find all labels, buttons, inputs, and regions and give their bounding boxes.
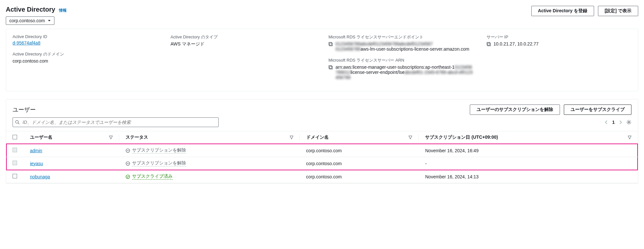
endpoint-label: Microsoft RDS ライセンスサーバーエンドポイント — [328, 34, 474, 40]
copy-endpoint-button[interactable] — [328, 42, 333, 47]
svg-rect-2 — [330, 66, 333, 69]
copy-arn-button[interactable] — [328, 65, 333, 71]
arn-label: Microsoft RDS ライセンスサーバー ARN — [328, 57, 474, 63]
status-cell: サブスクリプションを解除 — [126, 160, 293, 166]
domain-cell: corp.contoso.com — [300, 157, 419, 170]
check-circle-icon — [126, 174, 130, 179]
unsubscribe-user-button[interactable]: ユーザーのサブスクリプションを解除 — [470, 105, 560, 115]
ad-type-value: AWS マネージド — [171, 41, 316, 47]
status-cell: サブスクライブ済み — [126, 174, 293, 180]
caret-down-icon — [48, 19, 51, 22]
select-all-checkbox[interactable] — [13, 135, 17, 139]
col-status[interactable]: ステータス▽ — [119, 131, 299, 144]
arn-value: arn:aws:license-manager-user-subscriptio… — [336, 65, 474, 80]
subscribe-user-button[interactable]: ユーザーをサブスクライブ — [564, 105, 631, 115]
sub-date-cell: November 16, 2024, 16:49 — [419, 144, 638, 157]
domain-dropdown-value: corp.contoso.com — [9, 18, 45, 23]
show-settings-button[interactable]: [設定] で表示 — [598, 6, 638, 16]
svg-rect-4 — [488, 43, 490, 46]
row-checkbox — [13, 148, 17, 152]
users-section-title: ユーザー — [13, 106, 36, 114]
endpoint-value: 0123456789abcdef0123456789abcdef01234567… — [336, 41, 469, 52]
svg-rect-1 — [329, 42, 332, 45]
ad-domain-label: Active Directory のドメイン — [13, 51, 158, 57]
domain-cell: corp.contoso.com — [300, 144, 419, 157]
username-link[interactable]: admin — [30, 148, 42, 153]
status-cell: サブスクリプションを解除 — [126, 147, 293, 154]
row-checkbox[interactable] — [13, 174, 17, 178]
info-link[interactable]: 情報 — [59, 8, 67, 13]
server-ip-value: 10.0.21.27, 10.0.22.77 — [494, 41, 539, 46]
copy-icon — [328, 65, 333, 70]
users-table: ユーザー名▽ ステータス▽ ドメイン名▽ サブスクリプション日 (UTC+09:… — [6, 131, 638, 183]
users-section: ユーザー ユーザーのサブスクリプションを解除 ユーザーをサブスクライブ 1 — [6, 99, 638, 184]
username-link[interactable]: ieyasu — [30, 161, 43, 166]
svg-point-8 — [628, 122, 630, 123]
details-panel: Active Directory ID d-95674af4a8 Active … — [6, 29, 638, 91]
user-search-input[interactable] — [13, 117, 219, 127]
page-title: Active Directory — [6, 6, 55, 13]
sub-date-cell: - — [419, 157, 638, 170]
copy-icon — [328, 42, 333, 46]
server-ip-label: サーバー IP — [487, 34, 632, 40]
row-checkbox — [13, 161, 17, 165]
ad-type-label: Active Directory のタイプ — [171, 34, 316, 40]
col-subdate[interactable]: サブスクリプション日 (UTC+09:00)▽ — [419, 131, 638, 144]
prev-page-button[interactable] — [604, 120, 608, 124]
svg-line-7 — [18, 123, 19, 124]
table-row: ieyasuサブスクリプションを解除corp.contoso.com- — [6, 157, 638, 170]
domain-cell: corp.contoso.com — [300, 170, 419, 183]
page-number: 1 — [612, 120, 615, 125]
ad-domain-value: corp.contoso.com — [13, 58, 158, 64]
domain-dropdown[interactable]: corp.contoso.com — [6, 16, 54, 25]
copy-ip-button[interactable] — [487, 42, 491, 47]
next-page-button[interactable] — [619, 120, 622, 124]
col-username[interactable]: ユーザー名▽ — [24, 131, 119, 144]
table-settings-button[interactable] — [626, 120, 631, 125]
copy-icon — [487, 42, 491, 46]
svg-rect-0 — [330, 43, 333, 46]
gear-icon — [626, 120, 631, 125]
col-domain[interactable]: ドメイン名▽ — [300, 131, 419, 144]
register-ad-button[interactable]: Active Directory を登録 — [531, 6, 594, 16]
svg-rect-3 — [329, 65, 332, 68]
username-link[interactable]: nobunaga — [30, 174, 50, 179]
chevron-right-icon — [619, 120, 622, 124]
chevron-left-icon — [604, 120, 608, 124]
svg-point-6 — [15, 120, 18, 123]
ad-id-label: Active Directory ID — [13, 34, 158, 39]
svg-rect-5 — [487, 42, 490, 45]
search-icon — [15, 120, 20, 124]
table-row: adminサブスクリプションを解除corp.contoso.comNovembe… — [6, 144, 638, 157]
table-row: nobunagaサブスクライブ済みcorp.contoso.comNovembe… — [6, 170, 638, 183]
sub-date-cell: November 16, 2024, 14:13 — [419, 170, 638, 183]
ad-id-link[interactable]: d-95674af4a8 — [13, 40, 40, 45]
minus-circle-icon — [126, 148, 130, 153]
minus-circle-icon — [126, 161, 130, 166]
